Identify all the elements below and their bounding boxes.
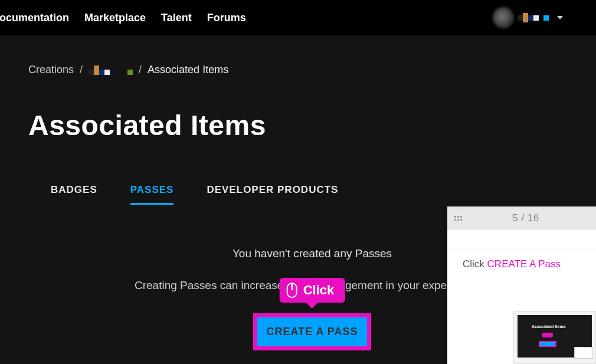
nav-forums[interactable]: Forums: [207, 12, 246, 24]
breadcrumb: Creations / / Associated Items: [28, 64, 596, 76]
user-avatar[interactable]: [493, 7, 514, 28]
tab-badges[interactable]: BADGES: [51, 184, 97, 205]
tab-passes[interactable]: PASSES: [130, 184, 174, 205]
tabs: BADGES PASSES DEVELOPER PRODUCTS: [51, 184, 596, 205]
tutorial-thumbnail: Associated Items: [513, 311, 596, 364]
breadcrumb-separator: /: [139, 64, 142, 76]
tutorial-instruction: Click CREATE A Pass: [447, 250, 596, 270]
step-counter: 5 / 16: [512, 212, 539, 224]
breadcrumb-separator: /: [80, 64, 83, 76]
nav-talent[interactable]: Talent: [161, 12, 192, 24]
tab-developer-products[interactable]: DEVELOPER PRODUCTS: [207, 184, 338, 205]
drag-handle-icon[interactable]: [454, 216, 463, 221]
top-nav: ocumentation Marketplace Talent Forums: [0, 0, 596, 35]
nav-documentation[interactable]: ocumentation: [0, 12, 69, 24]
tutorial-target: CREATE A Pass: [487, 258, 561, 270]
nav-marketplace[interactable]: Marketplace: [84, 12, 146, 24]
tutorial-panel-header[interactable]: 5 / 16: [447, 206, 596, 230]
user-pixel-icon: [518, 13, 549, 22]
page-title: Associated Items: [28, 109, 596, 142]
breadcrumb-game-icon[interactable]: [89, 65, 133, 75]
chevron-down-icon[interactable]: [557, 16, 563, 19]
tutorial-panel: 5 / 16 Click CREATE A Pass Associated It…: [447, 206, 596, 364]
create-a-pass-button[interactable]: CREATE A PASS: [253, 313, 371, 350]
mouse-icon: [287, 283, 297, 298]
breadcrumb-current: Associated Items: [148, 64, 228, 76]
breadcrumb-creations[interactable]: Creations: [28, 64, 74, 76]
click-tooltip: Click: [280, 278, 345, 303]
